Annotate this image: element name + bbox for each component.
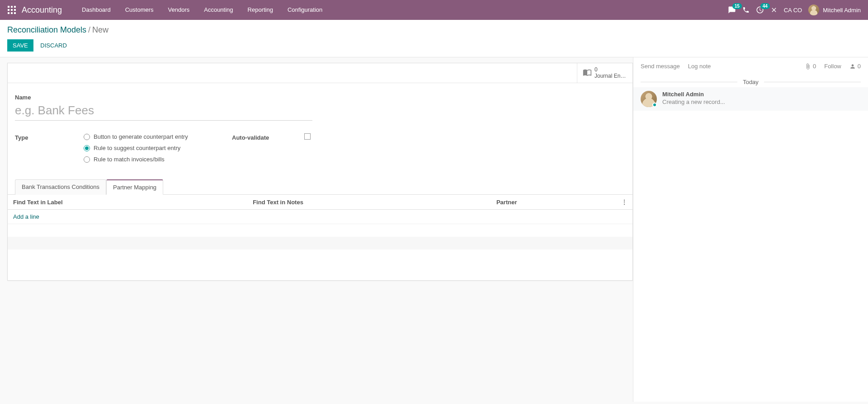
messages-icon[interactable]: 15 xyxy=(728,6,736,14)
button-box: 0 Journal Ent… xyxy=(8,63,632,83)
radio-label: Rule to suggest counterpart entry xyxy=(94,145,180,151)
journal-entries-stat-button[interactable]: 0 Journal Ent… xyxy=(577,63,632,83)
svg-rect-8 xyxy=(14,12,16,14)
radio-icon xyxy=(84,145,90,151)
breadcrumb-current: New xyxy=(92,25,108,34)
name-input[interactable] xyxy=(15,102,312,121)
svg-rect-1 xyxy=(11,6,13,8)
tab-list: Bank Transactions Conditions Partner Map… xyxy=(8,179,632,195)
presence-online-icon xyxy=(652,103,657,107)
company-selector[interactable]: CA CO xyxy=(784,7,802,14)
breadcrumb-parent[interactable]: Reconciliation Models xyxy=(7,25,86,34)
activities-badge: 44 xyxy=(760,3,770,9)
nav-item-reporting[interactable]: Reporting xyxy=(241,0,280,20)
breadcrumb: Reconciliation Models/New xyxy=(7,25,861,35)
name-label: Name xyxy=(15,94,625,101)
stat-label: Journal Ent… xyxy=(594,73,627,79)
svg-rect-0 xyxy=(8,6,9,8)
col-find-text-label: Find Text in Label xyxy=(8,195,247,210)
nav-item-dashboard[interactable]: Dashboard xyxy=(75,0,118,20)
top-navbar: Accounting Dashboard Customers Vendors A… xyxy=(0,0,868,20)
svg-rect-4 xyxy=(11,9,13,11)
chatter-message: Mitchell Admin Creating a new record... xyxy=(633,87,868,111)
type-radio-group: Button to generate counterpart entry Rul… xyxy=(84,133,188,163)
svg-rect-3 xyxy=(8,9,9,11)
apps-icon[interactable] xyxy=(7,5,16,14)
col-partner: Partner xyxy=(491,195,616,210)
discard-button[interactable]: Discard xyxy=(35,39,72,52)
tab-bank-conditions[interactable]: Bank Transactions Conditions xyxy=(15,179,106,195)
nav-right: 15 44 CA CO Mitchell Admin xyxy=(728,5,861,15)
user-menu[interactable]: Mitchell Admin xyxy=(808,5,861,15)
debug-icon[interactable] xyxy=(770,6,778,14)
paperclip-icon xyxy=(805,63,811,70)
auto-validate-label: Auto-validate xyxy=(232,133,304,141)
chatter-topbar: Send message Log note 0 Follow 0 xyxy=(633,57,868,75)
svg-rect-2 xyxy=(14,6,16,8)
nav-item-customers[interactable]: Customers xyxy=(118,0,161,20)
follow-button[interactable]: Follow xyxy=(824,63,841,70)
type-label: Type xyxy=(15,133,84,141)
save-button[interactable]: Save xyxy=(7,39,33,52)
radio-label: Rule to match invoices/bills xyxy=(94,156,165,163)
control-bar: Reconciliation Models/New Save Discard xyxy=(0,20,868,57)
person-icon xyxy=(849,63,856,70)
user-name: Mitchell Admin xyxy=(823,7,861,14)
book-icon xyxy=(583,68,592,78)
tab-page-partner-mapping: Find Text in Label Find Text in Notes Pa… xyxy=(8,195,632,262)
phone-icon[interactable] xyxy=(742,6,750,14)
chatter-date-divider: Today xyxy=(633,79,868,85)
svg-rect-6 xyxy=(8,12,9,14)
radio-label: Button to generate counterpart entry xyxy=(94,133,188,140)
table-row: Add a line xyxy=(8,210,632,224)
stat-value: 0 xyxy=(594,67,627,73)
form-sheet: 0 Journal Ent… Name Type xyxy=(7,63,633,281)
nav-item-vendors[interactable]: Vendors xyxy=(161,0,197,20)
user-avatar-icon xyxy=(808,5,819,15)
nav-item-configuration[interactable]: Configuration xyxy=(280,0,330,20)
attachments-count[interactable]: 0 xyxy=(805,63,816,70)
radio-icon xyxy=(84,156,90,163)
notebook: Bank Transactions Conditions Partner Map… xyxy=(8,179,632,262)
followers-count[interactable]: 0 xyxy=(849,63,861,70)
type-radio-suggest[interactable]: Rule to suggest counterpart entry xyxy=(84,145,188,151)
message-text: Creating a new record... xyxy=(662,99,725,105)
nav-menu: Dashboard Customers Vendors Accounting R… xyxy=(75,0,330,20)
svg-rect-7 xyxy=(11,12,13,14)
activities-icon[interactable]: 44 xyxy=(756,6,764,14)
col-find-text-notes: Find Text in Notes xyxy=(247,195,491,210)
tab-partner-mapping[interactable]: Partner Mapping xyxy=(106,179,163,195)
nav-item-accounting[interactable]: Accounting xyxy=(197,0,240,20)
svg-rect-5 xyxy=(14,9,16,11)
auto-validate-checkbox[interactable] xyxy=(304,133,311,140)
radio-icon xyxy=(84,134,90,140)
kebab-icon[interactable]: ⋮ xyxy=(621,198,627,206)
log-note-button[interactable]: Log note xyxy=(688,63,711,70)
chatter-panel: Send message Log note 0 Follow 0 Today M… xyxy=(633,57,868,402)
partner-mapping-table: Find Text in Label Find Text in Notes Pa… xyxy=(8,195,632,262)
send-message-button[interactable]: Send message xyxy=(641,63,680,70)
app-brand[interactable]: Accounting xyxy=(22,5,62,15)
message-author: Mitchell Admin xyxy=(662,91,725,98)
type-radio-button-generate[interactable]: Button to generate counterpart entry xyxy=(84,133,188,140)
messages-badge: 15 xyxy=(732,3,742,9)
add-line-link[interactable]: Add a line xyxy=(13,213,39,220)
type-radio-match[interactable]: Rule to match invoices/bills xyxy=(84,156,188,163)
